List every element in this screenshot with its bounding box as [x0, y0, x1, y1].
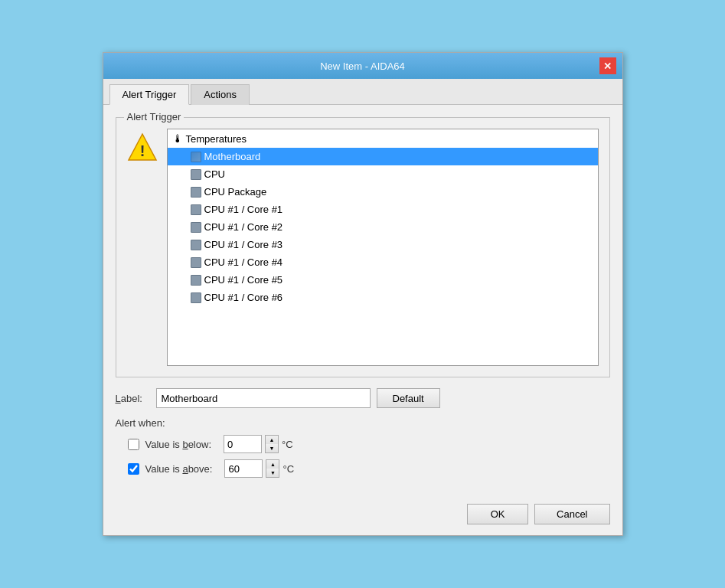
- tree-item[interactable]: CPU #1 / Core #1: [168, 201, 598, 218]
- alert-trigger-group: Alert Trigger ! 🌡 Temperatures: [116, 117, 610, 377]
- tree-item[interactable]: CPU: [168, 165, 598, 183]
- tree-item[interactable]: CPU #1 / Core #6: [168, 289, 598, 306]
- chip-icon: [191, 204, 201, 215]
- svg-text:!: !: [139, 142, 145, 159]
- alert-when-label: Alert when:: [116, 417, 610, 429]
- tree-item[interactable]: CPU #1 / Core #4: [168, 253, 598, 271]
- motherboard-icon: [191, 152, 201, 162]
- below-spinner-group: ▲ ▼ °C: [224, 435, 293, 453]
- below-increment-button[interactable]: ▲: [266, 436, 278, 444]
- tree-scroll[interactable]: 🌡 Temperatures Motherboard CPU: [168, 129, 598, 365]
- chip-icon: [191, 257, 201, 268]
- below-value-input[interactable]: [224, 435, 262, 453]
- above-checkbox[interactable]: [128, 463, 139, 475]
- main-window: New Item - AIDA64 ✕ Alert Trigger Action…: [103, 52, 623, 536]
- chip-icon: [191, 275, 201, 286]
- window-title: New Item - AIDA64: [126, 60, 599, 72]
- close-button[interactable]: ✕: [599, 57, 616, 74]
- tree-container[interactable]: 🌡 Temperatures Motherboard CPU: [167, 129, 599, 366]
- label-input[interactable]: [156, 388, 371, 408]
- tree-item[interactable]: CPU Package: [168, 183, 598, 201]
- footer: OK Cancel: [103, 496, 622, 535]
- warning-icon: !: [127, 129, 158, 165]
- below-unit: °C: [282, 439, 293, 450]
- tab-actions[interactable]: Actions: [191, 84, 250, 105]
- above-spinner-group: ▲ ▼ °C: [224, 459, 294, 478]
- below-decrement-button[interactable]: ▼: [266, 444, 278, 452]
- title-bar: New Item - AIDA64 ✕: [103, 53, 622, 79]
- chip-icon: [191, 187, 201, 198]
- chip-icon: [191, 169, 201, 180]
- above-label: Value is above:: [145, 463, 213, 475]
- above-unit: °C: [282, 463, 294, 475]
- tree-header: 🌡 Temperatures: [168, 129, 598, 148]
- tree-item[interactable]: CPU #1 / Core #2: [168, 218, 598, 236]
- tree-item[interactable]: Motherboard: [168, 148, 598, 165]
- tree-item[interactable]: CPU #1 / Core #5: [168, 271, 598, 289]
- ok-button[interactable]: OK: [467, 504, 528, 524]
- chip-icon: [191, 292, 201, 303]
- default-button[interactable]: Default: [377, 388, 440, 408]
- below-checkbox[interactable]: [128, 439, 139, 450]
- chip-icon: [191, 222, 201, 233]
- above-increment-button[interactable]: ▲: [266, 460, 279, 469]
- tree-item[interactable]: CPU #1 / Core #3: [168, 236, 598, 253]
- above-decrement-button[interactable]: ▼: [266, 469, 279, 477]
- chip-icon: [191, 240, 201, 250]
- label-field-label: Label:: [116, 393, 150, 404]
- label-row: Label: Default: [116, 388, 610, 408]
- alert-trigger-row: ! 🌡 Temperatures Motherboar: [127, 129, 599, 366]
- tab-alert-trigger[interactable]: Alert Trigger: [109, 84, 190, 105]
- above-spinner-buttons: ▲ ▼: [266, 459, 279, 478]
- above-condition-row: Value is above: ▲ ▼ °C: [128, 459, 610, 478]
- alert-when-section: Alert when: Value is below: ▲ ▼ °C Value…: [116, 417, 610, 478]
- temperature-icon: 🌡: [172, 132, 183, 145]
- tree-header-label: Temperatures: [186, 133, 247, 145]
- tabs-bar: Alert Trigger Actions: [103, 79, 622, 105]
- section-label: Alert Trigger: [124, 111, 185, 122]
- cancel-button[interactable]: Cancel: [534, 504, 609, 524]
- above-value-input[interactable]: [224, 459, 263, 478]
- below-condition-row: Value is below: ▲ ▼ °C: [128, 435, 610, 453]
- below-spinner-buttons: ▲ ▼: [265, 435, 279, 453]
- tab-content: Alert Trigger ! 🌡 Temperatures: [103, 105, 622, 496]
- below-label: Value is below:: [145, 439, 212, 450]
